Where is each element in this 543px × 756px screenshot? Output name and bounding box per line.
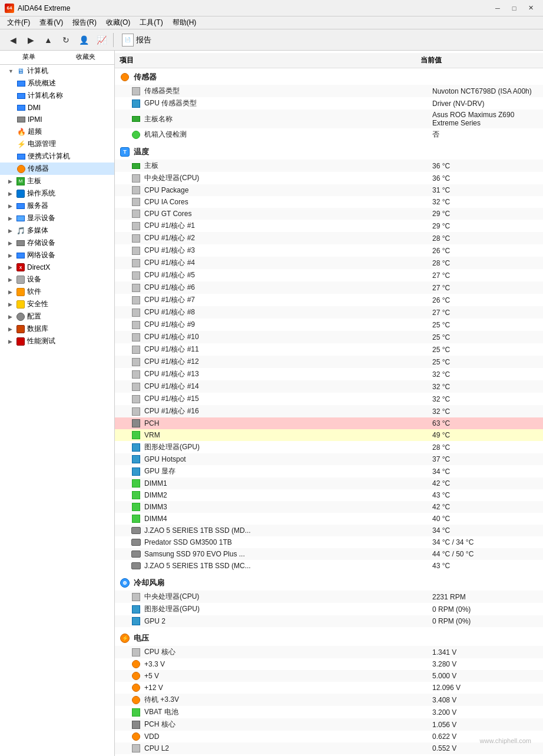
sidebar-item-overview[interactable]: 系统概述 [0,77,114,89]
tab-favorites[interactable]: 收藏夹 [57,51,114,64]
sidebar-label-server: 服务器 [27,201,48,211]
row-temp-cpugt: CPU GT Cores 29 °C [115,208,543,220]
sidebar-item-computername[interactable]: 计算机名称 [0,89,114,102]
sidebar-item-security[interactable]: ▶ 安全性 [0,298,114,310]
computer-icon: 🖥 [16,67,25,76]
menu-tools[interactable]: 工具(T) [135,16,167,29]
refresh-button[interactable]: ↻ [58,32,74,48]
chart-button[interactable]: 📈 [93,32,110,48]
row-icon-temp-gpuhotspot [131,455,141,464]
benchmark-icon-side [16,337,25,346]
forward-button[interactable]: ▶ [22,32,39,48]
row-value-temp-core4: 28 °C [432,259,538,267]
row-value-temp-gpuhotspot: 37 °C [432,455,538,463]
row-temp-core11: CPU #1/核心 #11 25 °C [115,343,543,356]
row-icon-volt-5 [131,671,141,681]
row-value-temp-disk3: 44 °C / 50 °C [432,550,538,558]
row-value-temp-gpu: 28 °C [432,443,538,452]
row-icon-temp-disk2 [131,538,141,547]
sidebar-item-server[interactable]: ▶ 服务器 [0,200,114,212]
row-label-fan-cpu: 中央处理器(CPU) [144,592,432,602]
sidebar-item-portable[interactable]: 便携式计算机 [0,150,114,163]
storage-icon-side [16,238,25,248]
sidebar-item-display[interactable]: ▶ 显示设备 [0,212,114,224]
devices-icon-side [16,275,25,284]
row-label-temp-core12: CPU #1/核心 #12 [144,357,432,367]
row-temp-cpuia: CPU IA Cores 32 °C [115,196,543,208]
row-volt-5: +5 V 5.000 V [115,670,543,682]
row-temp-vrm: VRM 49 °C [115,429,543,441]
row-value-temp-core14: 32 °C [432,383,538,391]
sidebar-item-computer[interactable]: ▼ 🖥 计算机 [0,65,114,77]
sidebar-item-config[interactable]: ▶ 配置 [0,310,114,323]
overclock-icon: 🔥 [16,127,26,137]
sidebar-item-storage[interactable]: ▶ 存储设备 [0,237,114,249]
menu-help[interactable]: 帮助(H) [168,16,201,29]
row-temp-cpu: 中央处理器(CPU) 36 °C [115,172,543,184]
row-volt-pch: PCH 核心 1.056 V [115,718,543,731]
maximize-button[interactable]: □ [506,2,522,15]
row-temp-core12: CPU #1/核心 #12 25 °C [115,356,543,368]
row-icon-volt-12 [131,683,141,692]
portable-icon [16,152,26,161]
sidebar-item-power[interactable]: ⚡ 电源管理 [0,138,114,150]
sidebar-item-overclock[interactable]: 🔥 超频 [0,125,114,138]
sidebar-label-computer: 计算机 [27,66,48,76]
section-label-voltage: 电压 [134,633,149,644]
row-temp-dimm2: DIMM2 43 °C [115,489,543,501]
sidebar-label-display: 显示设备 [27,213,55,223]
sidebar-item-directx[interactable]: ▶ X DirectX [0,261,114,273]
row-label-temp-core15: CPU #1/核心 #15 [144,394,432,404]
computername-icon [16,91,26,101]
row-value-gpu-sensor: Driver (NV-DRV) [432,100,538,108]
row-label-volt-33: +3.3 V [144,660,432,668]
row-temp-mb: 主板 36 °C [115,160,543,172]
tab-menu[interactable]: 菜单 [0,51,57,64]
menu-favorites[interactable]: 收藏(O) [101,16,135,29]
menu-file[interactable]: 文件(F) [2,16,35,29]
row-label-temp-disk4: J.ZAO 5 SERIES 1TB SSD (MC... [144,562,432,570]
sidebar-item-devices[interactable]: ▶ 设备 [0,273,114,286]
expand-arrow-security: ▶ [8,301,14,307]
security-icon-side [16,300,25,309]
sidebar-item-software[interactable]: ▶ 软件 [0,286,114,298]
sidebar-item-sensor[interactable]: 传感器 [0,163,114,175]
sidebar-item-multimedia[interactable]: ▶ 🎵 多媒体 [0,224,114,237]
row-value-temp-core3: 26 °C [432,247,538,255]
sidebar-item-motherboard[interactable]: ▶ M 主板 [0,175,114,187]
row-label-temp-core5: CPU #1/核心 #5 [144,270,432,280]
sidebar-label-network: 网络设备 [27,250,55,260]
minimize-button[interactable]: ─ [490,2,505,15]
sidebar-label-database: 数据库 [27,324,48,334]
row-icon-temp-core7 [131,296,141,305]
software-icon-side [16,287,25,297]
sidebar-item-os[interactable]: ▶ 操作系统 [0,187,114,200]
user-button[interactable]: 👤 [75,32,92,48]
sidebar-item-database[interactable]: ▶ 数据库 [0,323,114,335]
row-value-temp-core12: 25 °C [432,358,538,366]
overview-icon [16,79,26,88]
row-value-fan-gpu: 0 RPM (0%) [432,605,538,614]
sidebar-item-benchmark[interactable]: ▶ 性能测试 [0,335,114,347]
close-button[interactable]: ✕ [523,2,538,15]
row-value-temp-dimm2: 43 °C [432,491,538,499]
sidebar-item-network[interactable]: ▶ 网络设备 [0,249,114,261]
row-icon-temp-core8 [131,308,141,317]
up-button[interactable]: ▲ [40,32,57,48]
row-label-temp-core13: CPU #1/核心 #13 [144,369,432,379]
report-icon: 📄 [122,34,134,47]
sidebar-item-dmi[interactable]: DMI [0,102,114,114]
row-icon-volt-bat [131,708,141,717]
row-value-temp-cpu: 36 °C [432,174,538,183]
expand-arrow-storage: ▶ [8,240,14,246]
title-controls[interactable]: ─ □ ✕ [490,2,538,15]
menu-view[interactable]: 查看(V) [35,16,68,29]
row-value-temp-cpugt: 29 °C [432,210,538,218]
sidebar-label-overview: 系统概述 [28,78,56,88]
row-value-temp-disk2: 34 °C / 34 °C [432,538,538,546]
sidebar-item-ipmi[interactable]: IPMI [0,114,114,125]
menu-report[interactable]: 报告(R) [68,16,101,29]
back-button[interactable]: ◀ [5,32,21,48]
row-temp-dimm1: DIMM1 42 °C [115,478,543,489]
row-temp-dimm4: DIMM4 40 °C [115,513,543,525]
